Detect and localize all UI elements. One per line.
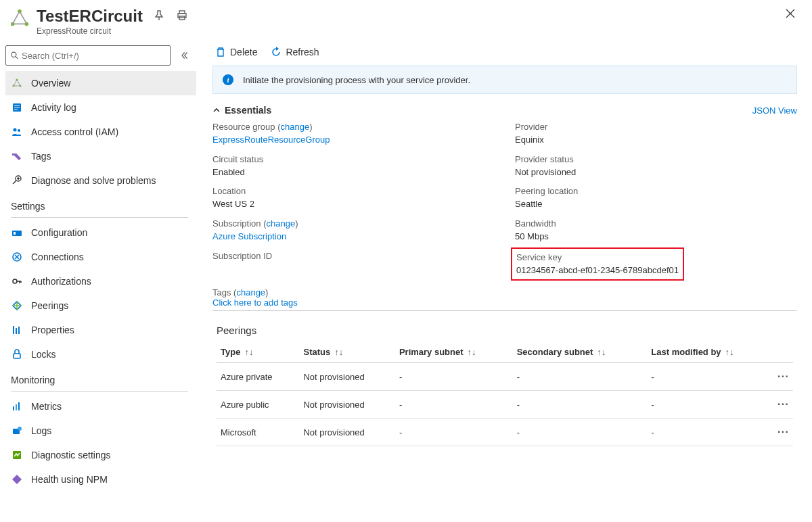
divider (212, 310, 797, 311)
sidebar-item-locks[interactable]: Locks (5, 342, 196, 366)
col-type[interactable]: Type↑↓ (217, 341, 299, 363)
sidebar-item-overview[interactable]: Overview (5, 71, 196, 95)
row-menu-icon[interactable]: ··· (773, 419, 793, 446)
sidebar-item-logs[interactable]: Logs (5, 419, 196, 443)
sidebar-item-peerings[interactable]: Peerings (5, 293, 196, 318)
overview-icon (11, 77, 23, 89)
divider (11, 217, 188, 218)
change-sub-link[interactable]: change (267, 218, 296, 229)
svg-rect-22 (16, 328, 17, 334)
health-npm-icon (11, 473, 23, 485)
peerings-title: Peerings (217, 325, 793, 336)
essentials-toggle[interactable]: Essentials (212, 105, 271, 116)
svg-rect-24 (14, 354, 20, 358)
svg-rect-27 (18, 402, 20, 410)
sidebar-item-metrics[interactable]: Metrics (5, 394, 196, 419)
rg-value-link[interactable]: ExpressRouteResourceGroup (212, 135, 330, 145)
resource-type-icon (9, 8, 30, 28)
sidebar-item-label: Logs (31, 425, 51, 436)
sidebar-item-label: Metrics (31, 401, 62, 412)
cell-status: Not provisioned (299, 419, 394, 446)
sidebar-item-label: Overview (31, 78, 70, 89)
service-key-label: Service key (516, 252, 679, 264)
col-lastmod[interactable]: Last modified by↑↓ (647, 341, 773, 363)
sidebar-item-label: Activity log (31, 102, 76, 113)
cell-status: Not provisioned (299, 363, 394, 391)
json-view-link[interactable]: JSON View (752, 105, 797, 116)
table-row[interactable]: Microsoft Not provisioned - - - ··· (217, 419, 793, 446)
collapse-sidebar-icon[interactable] (177, 49, 191, 62)
authorizations-icon (11, 275, 23, 287)
rg-label: Resource group (212, 122, 275, 132)
bandwidth-value: 50 Mbps (515, 231, 797, 243)
col-status[interactable]: Status↑↓ (299, 341, 394, 363)
refresh-button[interactable]: Refresh (271, 47, 319, 57)
sidebar-item-label: Tags (31, 151, 51, 162)
sidebar-item-properties[interactable]: Properties (5, 318, 196, 342)
sidebar-item-connections[interactable]: Connections (5, 245, 196, 269)
sidebar-item-label: Access control (IAM) (31, 126, 118, 137)
sidebar-item-label: Health using NPM (31, 474, 108, 485)
sidebar-item-diagnostic-settings[interactable]: Diagnostic settings (5, 443, 196, 467)
search-input-wrapper[interactable] (5, 45, 171, 66)
sidebar-item-tags[interactable]: Tags (5, 144, 196, 168)
cell-type: Azure public (217, 391, 299, 419)
close-icon[interactable] (785, 8, 798, 22)
svg-rect-23 (18, 327, 20, 334)
sidebar-item-label: Locks (31, 349, 56, 360)
sidebar-item-configuration[interactable]: Configuration (5, 220, 196, 245)
properties-icon (11, 324, 23, 336)
row-menu-icon[interactable]: ··· (773, 391, 793, 419)
cell-primary: - (395, 419, 513, 446)
info-icon: i (223, 74, 233, 85)
svg-rect-13 (14, 110, 18, 110)
essentials-label: Essentials (225, 105, 271, 116)
change-rg-link[interactable]: change (280, 122, 309, 132)
tags-label: Tags (212, 287, 231, 298)
connections-icon (11, 251, 23, 263)
sidebar-section-settings: Settings (5, 193, 196, 216)
cell-secondary: - (513, 363, 648, 391)
refresh-icon (271, 47, 281, 57)
page-title: TestERCircuit (37, 7, 143, 26)
toolbar: Delete Refresh (212, 40, 797, 66)
configuration-icon (11, 227, 23, 239)
divider (11, 391, 188, 392)
sidebar-item-label: Authorizations (31, 276, 91, 287)
peerings-icon (11, 300, 23, 312)
row-menu-icon[interactable]: ··· (773, 363, 793, 391)
sidebar-item-access-control[interactable]: Access control (IAM) (5, 120, 196, 144)
subscription-id-label: Subscription ID (212, 250, 495, 263)
table-row[interactable]: Azure public Not provisioned - - - ··· (217, 391, 793, 419)
cell-primary: - (395, 363, 513, 391)
sidebar-item-authorizations[interactable]: Authorizations (5, 269, 196, 293)
delete-button[interactable]: Delete (215, 47, 257, 57)
circuit-status-label: Circuit status (212, 153, 495, 166)
add-tags-link[interactable]: Click here to add tags (212, 298, 298, 308)
subscription-value-link[interactable]: Azure Subscription (212, 231, 286, 241)
svg-rect-26 (16, 404, 17, 410)
svg-rect-21 (13, 326, 14, 334)
svg-point-14 (14, 128, 17, 132)
col-secondary[interactable]: Secondary subnet↑↓ (513, 341, 648, 363)
pin-icon[interactable] (154, 10, 164, 21)
search-icon (10, 51, 19, 60)
access-control-icon (11, 126, 23, 138)
search-input[interactable] (22, 51, 166, 61)
provider-status-label: Provider status (515, 153, 797, 166)
print-icon[interactable] (177, 10, 187, 21)
subscription-label: Subscription (212, 218, 261, 229)
cell-type: Azure private (217, 363, 299, 391)
sidebar-item-diagnose[interactable]: Diagnose and solve problems (5, 168, 196, 193)
cell-lastmod: - (647, 391, 773, 419)
cell-secondary: - (513, 391, 648, 419)
tags-icon (11, 150, 23, 162)
sidebar-item-health-npm[interactable]: Health using NPM (5, 467, 196, 492)
provider-status-value: Not provisioned (515, 166, 797, 179)
table-row[interactable]: Azure private Not provisioned - - - ··· (217, 363, 793, 391)
change-tags-link[interactable]: change (236, 287, 265, 298)
chevron-up-icon (212, 106, 221, 114)
sidebar-item-activity-log[interactable]: Activity log (5, 95, 196, 120)
col-primary[interactable]: Primary subnet↑↓ (395, 341, 513, 363)
sidebar-item-label: Properties (31, 325, 74, 335)
